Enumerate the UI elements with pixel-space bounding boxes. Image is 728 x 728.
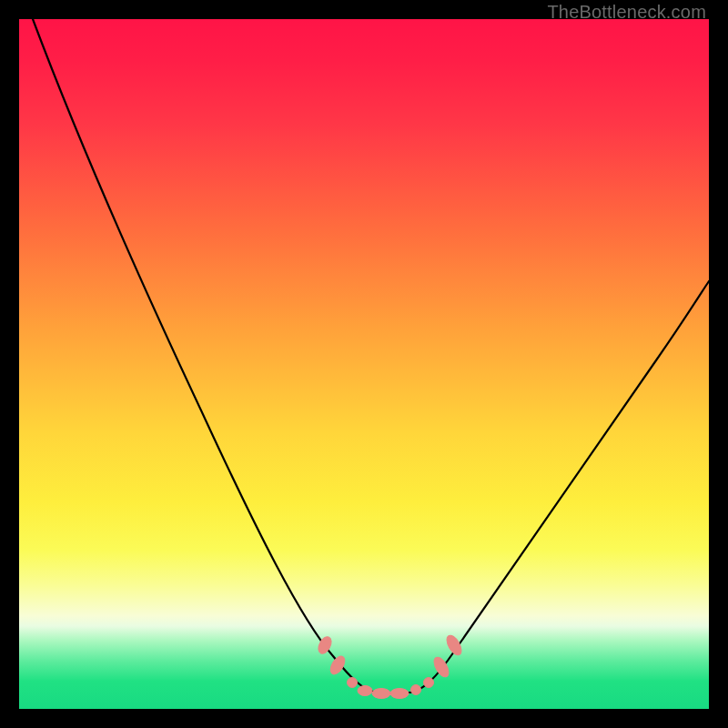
chart-frame: TheBottleneck.com — [0, 0, 728, 728]
svg-point-7 — [424, 678, 434, 688]
curve-layer — [19, 19, 709, 709]
svg-point-5 — [390, 689, 409, 699]
svg-point-3 — [358, 686, 372, 696]
highlight-dots — [316, 633, 464, 699]
svg-point-2 — [348, 678, 358, 688]
svg-point-9 — [444, 633, 464, 658]
plot-area — [19, 19, 709, 709]
watermark-text: TheBottleneck.com — [547, 2, 706, 23]
svg-point-1 — [328, 653, 348, 676]
bottleneck-curve — [33, 19, 709, 693]
svg-point-6 — [411, 685, 421, 695]
svg-point-4 — [372, 689, 390, 699]
